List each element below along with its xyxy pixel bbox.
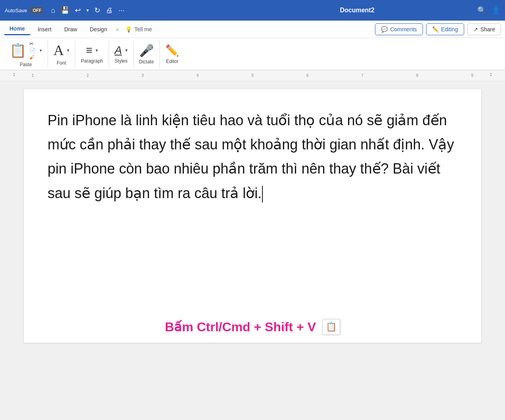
- font-dropdown-icon[interactable]: ▾: [67, 48, 69, 53]
- dictate-label: Dictate: [139, 59, 154, 65]
- home-icon[interactable]: ⌂: [51, 6, 55, 15]
- editor-label: Editor: [166, 59, 178, 64]
- document-page[interactable]: Pin iPhone là linh kiện tiêu hao và tuổi…: [24, 89, 481, 343]
- title-bar-left: AutoSave OFF ⌂ 💾 ↩ ▾ ↻ 🖨 ···: [5, 6, 237, 15]
- styles-label: Styles: [115, 58, 128, 64]
- tab-design[interactable]: Design: [84, 24, 113, 35]
- styles-icons: A ▾: [115, 44, 128, 57]
- ribbon-buttons: 💬 Comments ✏️ Editing ↗ Share: [375, 23, 501, 35]
- ruler-mark-5: 5: [251, 73, 254, 78]
- autosave-label: AutoSave: [5, 8, 27, 13]
- tab-home[interactable]: Home: [4, 23, 31, 35]
- font-icons: A ▾: [54, 42, 69, 59]
- toolbar: 📋 ✂ 📄 🖌 ▾ Paste A ▾ Font ≡ ▾: [0, 38, 505, 70]
- document-area: Pin iPhone là linh kiện tiêu hao và tuổi…: [0, 81, 505, 359]
- paragraph-dropdown-icon[interactable]: ▾: [96, 48, 98, 53]
- tab-insert[interactable]: Insert: [32, 24, 57, 35]
- font-icon[interactable]: A: [54, 42, 64, 59]
- styles-dropdown-icon[interactable]: ▾: [125, 48, 128, 53]
- ruler: ↕ 1 2 3 4 5 6 7 8 9 ↕: [0, 70, 505, 81]
- more-icon[interactable]: ···: [119, 6, 124, 15]
- text-cursor: [262, 186, 263, 202]
- lightbulb-icon: 💡: [125, 26, 132, 32]
- comments-icon: 💬: [381, 26, 388, 32]
- paragraph-icons: ≡ ▾: [86, 44, 98, 57]
- tell-me-label: Tell me: [134, 26, 152, 32]
- paste-hint-icon: 📋: [322, 319, 340, 335]
- paragraph-icon[interactable]: ≡: [86, 44, 92, 57]
- cut-icon[interactable]: ✂: [29, 41, 36, 47]
- copy-icon[interactable]: 📄: [29, 48, 36, 53]
- paste-side-icons: ✂ 📄 🖌: [29, 41, 36, 60]
- ruler-mark-7: 7: [361, 73, 363, 78]
- styles-group: A ▾ Styles: [109, 40, 134, 67]
- ruler-right-marker: ↕: [490, 71, 492, 77]
- ribbon-tabs: Home Insert Draw Design » 💡 Tell me 💬 Co…: [0, 21, 505, 38]
- save-icon[interactable]: 💾: [61, 6, 69, 15]
- ruler-mark-3: 3: [142, 73, 144, 78]
- tab-separator: »: [116, 26, 119, 32]
- profile-icon[interactable]: 👤: [492, 6, 500, 15]
- title-bar: AutoSave OFF ⌂ 💾 ↩ ▾ ↻ 🖨 ··· Document2 🔍…: [0, 0, 505, 21]
- paragraph-label: Paragraph: [81, 58, 103, 64]
- share-icon: ↗: [473, 26, 478, 32]
- ruler-mark-2: 2: [87, 73, 89, 78]
- undo-dropdown-icon[interactable]: ▾: [86, 8, 89, 13]
- editor-icons: ✏️: [165, 44, 179, 57]
- paste-hint-text: Bấm Ctrl/Cmd + Shift + V: [165, 319, 316, 334]
- title-bar-icons: ⌂ 💾 ↩ ▾ ↻ 🖨 ···: [51, 6, 124, 15]
- ruler-mark-6: 6: [306, 73, 309, 78]
- ruler-mark-4: 4: [197, 73, 199, 78]
- ruler-marks: 1 2 3 4 5 6 7 8 9: [16, 73, 489, 78]
- editing-icon: ✏️: [432, 26, 439, 32]
- dictate-icons: 🎤: [139, 44, 154, 57]
- document-text[interactable]: Pin iPhone là linh kiện tiêu hao và tuổi…: [48, 108, 457, 205]
- editor-group: ✏️ Editor: [160, 40, 185, 67]
- paste-hint: Bấm Ctrl/Cmd + Shift + V 📋: [165, 319, 340, 335]
- paste-dropdown-icon[interactable]: ▾: [40, 48, 42, 53]
- paste-icon-container: 📋: [10, 42, 26, 58]
- editing-button[interactable]: ✏️ Editing: [426, 23, 464, 35]
- editor-icon[interactable]: ✏️: [165, 44, 179, 57]
- ruler-mark-1: 1: [32, 73, 34, 78]
- format-painter-icon[interactable]: 🖌: [29, 54, 36, 60]
- search-icon[interactable]: 🔍: [477, 6, 486, 15]
- ruler-mark-8: 8: [416, 73, 419, 78]
- paste-icons: 📋 ✂ 📄 🖌 ▾: [10, 41, 42, 60]
- font-group: A ▾ Font: [48, 40, 75, 67]
- dictate-icon[interactable]: 🎤: [139, 44, 154, 57]
- redo-icon[interactable]: ↻: [94, 6, 100, 15]
- styles-icon[interactable]: A: [115, 44, 122, 57]
- undo-icon[interactable]: ↩: [75, 6, 81, 15]
- paragraph-group: ≡ ▾ Paragraph: [75, 40, 109, 67]
- tell-me[interactable]: 💡 Tell me: [125, 26, 152, 32]
- paste-group: 📋 ✂ 📄 🖌 ▾ Paste: [4, 40, 48, 67]
- tab-draw[interactable]: Draw: [59, 24, 83, 35]
- ruler-mark-9: 9: [471, 73, 473, 78]
- paste-label: Paste: [20, 62, 32, 67]
- title-bar-right: 🔍 👤: [477, 6, 500, 15]
- paste-big-icon[interactable]: 📋: [10, 42, 26, 58]
- document-title: Document2: [241, 7, 473, 14]
- print-icon[interactable]: 🖨: [106, 6, 113, 15]
- share-button[interactable]: ↗ Share: [467, 23, 501, 35]
- ruler-left-marker: ↕: [13, 71, 15, 77]
- autosave-toggle[interactable]: OFF: [30, 7, 44, 13]
- comments-button[interactable]: 💬 Comments: [375, 23, 423, 35]
- ribbon: Home Insert Draw Design » 💡 Tell me 💬 Co…: [0, 21, 505, 70]
- font-label: Font: [57, 60, 66, 66]
- dictate-group: 🎤 Dictate: [134, 40, 160, 67]
